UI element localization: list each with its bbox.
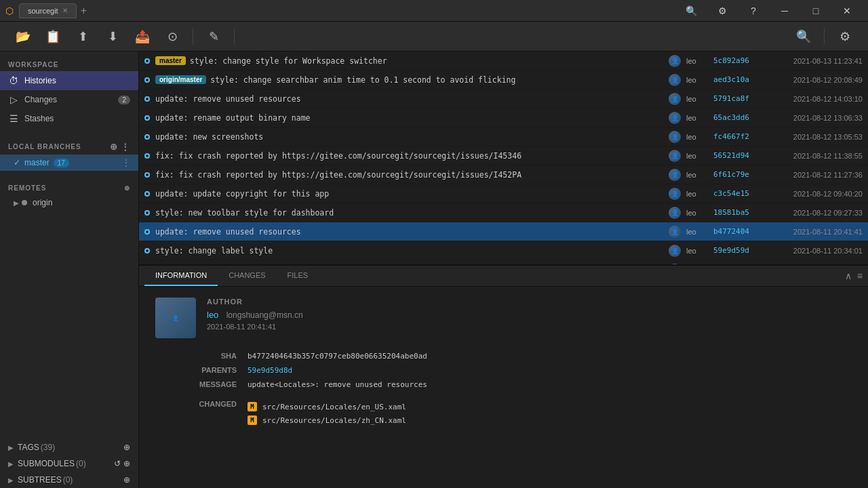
commit-date: 2021-08-12 09:40:20 <box>764 190 863 198</box>
tab-close-icon[interactable]: ✕ <box>62 7 68 14</box>
branch-options-icon[interactable]: ⋮ <box>121 142 130 152</box>
commit-row[interactable]: style: change label style 👤 leo 59e9d59d… <box>139 241 868 260</box>
stash-btn[interactable]: ⊙ <box>160 24 184 49</box>
commit-date: 2021-08-12 20:08:49 <box>764 76 863 84</box>
commit-author: leo <box>686 247 713 255</box>
remote-item-origin[interactable]: ▶ origin <box>0 195 138 211</box>
commit-avatar: 👤 <box>669 245 681 257</box>
minimize-btn[interactable]: ─ <box>769 0 800 22</box>
avatar-placeholder: 👤 <box>155 298 196 338</box>
changed-grid: CHANGED M src/Resources/Locales/en_US.xa… <box>155 400 852 427</box>
commit-date: 2021-08-11 20:41:41 <box>764 228 863 236</box>
histories-icon: ⏱ <box>8 75 19 86</box>
changes-icon: ▷ <box>8 94 19 105</box>
commit-author: leo <box>686 190 713 198</box>
push-btn[interactable]: 📤 <box>130 24 155 49</box>
detail-action-menu[interactable]: ≡ <box>857 270 863 281</box>
tags-item[interactable]: ▶ TAGS (39) ⊕ <box>0 439 138 455</box>
commit-dot <box>144 191 150 197</box>
message-label: MESSAGE <box>155 380 237 388</box>
commit-row[interactable]: fix: fix crash reported by https://gitee… <box>139 165 868 184</box>
tab-information[interactable]: INFORMATION <box>144 266 218 286</box>
fetch-btn[interactable]: ⬆ <box>71 24 95 49</box>
commit-tag: master <box>155 56 186 65</box>
branch-action-icon[interactable]: ⋮ <box>122 158 130 167</box>
commit-row[interactable]: master style: change style for Workspace… <box>139 52 868 70</box>
search-btn[interactable]: 🔍 <box>675 0 707 22</box>
submodules-expand-icon: ▶ <box>8 460 14 468</box>
toolbar-separator2 <box>234 28 235 45</box>
commit-row[interactable]: update: update copyright for this app 👤 … <box>139 184 868 203</box>
expand-remote-icon[interactable]: ▶ <box>14 199 19 207</box>
maximize-btn[interactable]: □ <box>800 0 831 22</box>
open-folder-btn[interactable]: 📂 <box>11 24 35 49</box>
open-repo-btn[interactable]: 📋 <box>41 24 65 49</box>
commit-btn[interactable]: ✎ <box>201 24 226 49</box>
sidebar-item-stashes[interactable]: ☰ Stashes <box>0 109 138 128</box>
author-avatar: 👤 <box>155 298 196 338</box>
sha-value: b4772404643b357c0797ceb80e06635204abe0ad <box>248 352 852 361</box>
commit-dot <box>144 172 150 178</box>
commit-author: leo <box>686 57 713 65</box>
commit-row[interactable]: update: new screenshots 👤 leo fc4667f2 2… <box>139 127 868 146</box>
commit-author: leo <box>686 76 713 84</box>
pull-btn[interactable]: ⬇ <box>100 24 125 49</box>
stashes-label: Stashes <box>24 114 54 123</box>
commit-row[interactable]: style: new toolbar style for dashboard 👤… <box>139 203 868 222</box>
subtrees-add-icon[interactable]: ⊕ <box>123 475 130 485</box>
commit-avatar: 👤 <box>669 74 681 86</box>
author-info: AUTHOR leo longshuang@msn.cn 2021-08-11 … <box>207 298 303 331</box>
sidebar-item-histories[interactable]: ⏱ Histories <box>0 71 138 90</box>
changed-section: CHANGED M src/Resources/Locales/en_US.xa… <box>155 400 852 427</box>
branch-active-icon: ✓ <box>14 158 20 167</box>
commit-row[interactable]: update: rename output binary name 👤 leo … <box>139 108 868 127</box>
commit-row[interactable]: update: remove unused resources 👤 leo b4… <box>139 222 868 241</box>
add-branch-icon[interactable]: ⊕ <box>110 142 118 152</box>
message-value: update<Locales>: remove unused resources <box>248 380 852 389</box>
global-settings-btn[interactable]: ⚙ <box>833 24 857 49</box>
search-commits-btn[interactable]: 🔍 <box>791 24 816 49</box>
changes-badge: 2 <box>118 96 130 104</box>
branch-item-master[interactable]: ✓ master 17 ⋮ <box>0 155 138 171</box>
subtrees-item[interactable]: ▶ SUBTREES (0) ⊕ <box>0 472 138 488</box>
commit-list[interactable]: master style: change style for Workspace… <box>139 52 868 264</box>
window-controls: 🔍 ⚙ ? ─ □ ✕ <box>675 0 863 22</box>
detail-tab-actions: ∧ ≡ <box>845 270 863 281</box>
changed-file[interactable]: M src/Resources/Locales/en_US.xaml <box>248 400 852 413</box>
help-btn[interactable]: ? <box>738 0 769 22</box>
author-date: 2021-08-11 20:41:41 <box>207 323 303 331</box>
tab-changes[interactable]: CHANGES <box>218 266 276 286</box>
changed-files: M src/Resources/Locales/en_US.xaml M src… <box>248 400 852 427</box>
sha-label: SHA <box>155 352 237 360</box>
close-btn[interactable]: ✕ <box>831 0 863 22</box>
changed-file[interactable]: M src/Resources/Locales/zh_CN.xaml <box>248 413 852 427</box>
commit-avatar: 👤 <box>669 150 681 162</box>
commit-message: update: rename output binary name <box>155 113 663 123</box>
commit-sha: fc4667f2 <box>713 132 764 141</box>
settings-btn[interactable]: ⚙ <box>707 0 738 22</box>
detail-panel: INFORMATION CHANGES FILES ∧ ≡ 👤 AUTHOR <box>139 264 868 488</box>
remote-label: origin <box>33 198 52 207</box>
commit-author: leo <box>686 171 713 179</box>
submodules-item[interactable]: ▶ SUBMODULES (0) ↺ ⊕ <box>0 455 138 472</box>
commit-row[interactable]: fix: fix crash reported by https://gitee… <box>139 146 868 165</box>
tab-files[interactable]: FILES <box>277 266 319 286</box>
commit-avatar: 👤 <box>669 207 681 219</box>
author-name: leo <box>207 310 218 320</box>
commit-row[interactable]: origin/master style: change searchbar an… <box>139 70 868 89</box>
titlebar-tab[interactable]: sourcegit ✕ <box>19 3 77 18</box>
parents-value[interactable]: 59e9d59d8d <box>248 366 852 375</box>
subtrees-count: (0) <box>63 475 73 485</box>
detail-grid: SHA b4772404643b357c0797ceb80e06635204ab… <box>155 352 852 389</box>
workspace-section: WORKSPACE ⏱ Histories ▷ Changes 2 ☰ Stas… <box>0 52 138 132</box>
sidebar-item-changes[interactable]: ▷ Changes 2 <box>0 90 138 109</box>
commit-row[interactable]: update: remove unused resources 👤 leo 57… <box>139 89 868 108</box>
commit-avatar: 👤 <box>669 188 681 200</box>
submodules-refresh-icon[interactable]: ↺ <box>114 459 121 468</box>
tags-action-icon[interactable]: ⊕ <box>123 443 130 452</box>
add-remote-icon[interactable]: ⊕ <box>124 184 130 192</box>
detail-action-up[interactable]: ∧ <box>845 270 852 281</box>
new-tab-button[interactable]: + <box>78 5 90 17</box>
commit-date: 2021-08-12 13:05:53 <box>764 133 863 141</box>
submodules-add-icon[interactable]: ⊕ <box>123 459 130 468</box>
